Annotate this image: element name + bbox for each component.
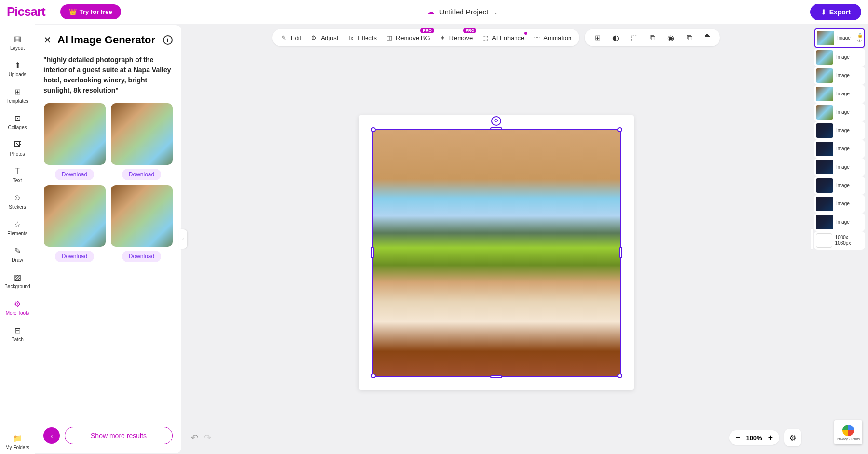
layer-order-icon[interactable]: ⧉ xyxy=(648,33,657,42)
result-image-3[interactable] xyxy=(44,185,106,247)
sidebar-label: More Tools xyxy=(6,310,29,316)
tool-effects[interactable]: fxEffects xyxy=(347,34,377,41)
sidebar-item-collages[interactable]: ⊡Collages xyxy=(0,109,35,134)
logo[interactable]: Picsart xyxy=(7,4,45,19)
layer-thumb xyxy=(816,178,833,193)
layer-item-3[interactable]: Image xyxy=(814,85,865,103)
layer-thumb xyxy=(817,31,834,45)
info-icon[interactable]: i xyxy=(163,35,173,45)
sidebar-item-elements[interactable]: ☆Elements xyxy=(0,215,35,240)
tool-animation[interactable]: 〰Animation xyxy=(533,34,571,41)
layer-item-2[interactable]: Image xyxy=(814,67,865,85)
sidebar-item-batch[interactable]: ⊟Batch xyxy=(0,321,35,346)
layer-item-0[interactable]: Image🔒👁 xyxy=(814,28,865,48)
sidebar-item-photos[interactable]: 🖼Photos xyxy=(0,136,35,160)
layer-item-8[interactable]: Image xyxy=(814,176,865,195)
export-button[interactable]: ⬇ Export xyxy=(810,4,861,20)
resize-handle-mr[interactable] xyxy=(619,247,622,258)
header-center: ☁ Untitled Project ⌄ xyxy=(121,7,804,16)
flip-icon[interactable]: ◐ xyxy=(611,33,621,42)
redo-button[interactable]: ↷ xyxy=(204,432,211,443)
left-sidebar: ▦Layout ⬆Uploads ⊞Templates ⊡Collages 🖼P… xyxy=(0,24,35,454)
resize-handle-mt[interactable] xyxy=(490,127,502,130)
visibility-icon[interactable]: 👁 xyxy=(857,39,863,43)
try-free-button[interactable]: 👑 Try for free xyxy=(60,4,121,19)
stickers-icon: ☺ xyxy=(13,193,22,202)
zoom-out-icon[interactable]: − xyxy=(736,433,740,442)
divider xyxy=(54,6,54,18)
sidebar-item-background[interactable]: ▨Background xyxy=(0,268,35,293)
resize-handle-ml[interactable] xyxy=(371,247,374,258)
sidebar-label: Draw xyxy=(12,257,23,263)
chevron-left-icon: ‹ xyxy=(51,432,53,440)
tool-edit[interactable]: ✎Edit xyxy=(280,34,301,41)
layer-item-10[interactable]: Image xyxy=(814,213,865,231)
layer-item-1[interactable]: Image xyxy=(814,48,865,67)
align-icon[interactable]: ⊞ xyxy=(593,33,602,42)
recaptcha-terms[interactable]: Terms xyxy=(851,437,860,441)
download-button-4[interactable]: Download xyxy=(122,251,161,262)
result-image-2[interactable] xyxy=(111,103,173,165)
zoom-in-icon[interactable]: + xyxy=(768,433,773,442)
tool-label: Remove BG xyxy=(396,34,430,41)
layer-item-4[interactable]: Image xyxy=(814,103,865,121)
zoom-controls: − 100% + xyxy=(729,430,779,445)
show-more-button[interactable]: Show more results xyxy=(65,427,173,444)
app-header: Picsart 👑 Try for free ☁ Untitled Projec… xyxy=(0,0,868,24)
sidebar-label: Text xyxy=(13,178,22,183)
project-title[interactable]: Untitled Project xyxy=(439,8,488,16)
layer-item-7[interactable]: Image xyxy=(814,158,865,176)
result-image-4[interactable] xyxy=(111,185,173,247)
sidebar-item-text[interactable]: TText xyxy=(0,162,35,187)
layer-label: Image xyxy=(836,201,850,207)
settings-button[interactable]: ⚙ xyxy=(784,429,801,446)
download-button-2[interactable]: Download xyxy=(122,169,161,180)
layer-label: Image xyxy=(836,73,850,79)
undo-button[interactable]: ↶ xyxy=(191,432,198,443)
download-button-3[interactable]: Download xyxy=(55,251,94,262)
sidebar-item-stickers[interactable]: ☺Stickers xyxy=(0,189,35,214)
photos-icon: 🖼 xyxy=(13,140,22,149)
layer-item-6[interactable]: Image xyxy=(814,140,865,158)
layer-item-9[interactable]: Image xyxy=(814,195,865,213)
delete-icon[interactable]: 🗑 xyxy=(703,33,712,42)
layer-item-11[interactable]: 1080x 1080px xyxy=(814,231,865,250)
sidebar-item-layout[interactable]: ▦Layout xyxy=(0,30,35,54)
layer-item-5[interactable]: Image xyxy=(814,121,865,140)
crop-icon[interactable]: ⬚ xyxy=(629,33,639,42)
sidebar-item-draw[interactable]: ✎Draw xyxy=(0,242,35,267)
resize-handle-tr[interactable] xyxy=(617,127,622,132)
sidebar-item-templates[interactable]: ⊞Templates xyxy=(0,83,35,107)
layer-thumb xyxy=(816,197,833,211)
sidebar-item-moretools[interactable]: ⚙More Tools xyxy=(0,295,35,320)
tool-remove[interactable]: PRO✦Remove xyxy=(439,34,473,41)
resize-handle-tl[interactable] xyxy=(371,127,376,132)
expand-layers-handle[interactable]: › xyxy=(811,229,813,249)
download-button-1[interactable]: Download xyxy=(55,169,94,180)
tool-ai-enhance[interactable]: ⬚AI Enhance xyxy=(481,34,524,41)
resize-handle-br[interactable] xyxy=(617,374,622,378)
rotate-handle[interactable]: ⟳ xyxy=(491,116,501,126)
back-button[interactable]: ‹ xyxy=(43,427,60,444)
close-icon[interactable]: ✕ xyxy=(43,34,52,46)
tool-label: Edit xyxy=(291,34,301,41)
layer-thumb xyxy=(816,105,833,120)
resize-handle-mb[interactable] xyxy=(490,375,502,378)
duplicate-icon[interactable]: ⧉ xyxy=(684,33,694,42)
sidebar-label: Elements xyxy=(7,231,27,236)
tool-remove-bg[interactable]: PRO◫Remove BG xyxy=(385,34,430,41)
canvas-area: ✎Edit ⚙Adjust fxEffects PRO◫Remove BG PR… xyxy=(181,24,811,454)
results-grid: Download Download Download Download xyxy=(43,103,173,262)
result-image-1[interactable] xyxy=(44,103,106,165)
lock-icon[interactable]: 🔒 xyxy=(857,33,863,38)
tool-adjust[interactable]: ⚙Adjust xyxy=(310,34,338,41)
resize-handle-bl[interactable] xyxy=(371,374,376,378)
recaptcha-privacy[interactable]: Privacy xyxy=(837,437,848,441)
sidebar-item-uploads[interactable]: ⬆Uploads xyxy=(0,56,35,81)
canvas[interactable]: ⟳ xyxy=(359,115,634,390)
selected-image[interactable]: ⟳ xyxy=(372,129,621,377)
collages-icon: ⊡ xyxy=(13,113,22,123)
sidebar-item-myfolders[interactable]: 📁My Folders xyxy=(0,429,35,454)
opacity-icon[interactable]: ◉ xyxy=(666,33,676,42)
chevron-down-icon[interactable]: ⌄ xyxy=(493,9,498,15)
